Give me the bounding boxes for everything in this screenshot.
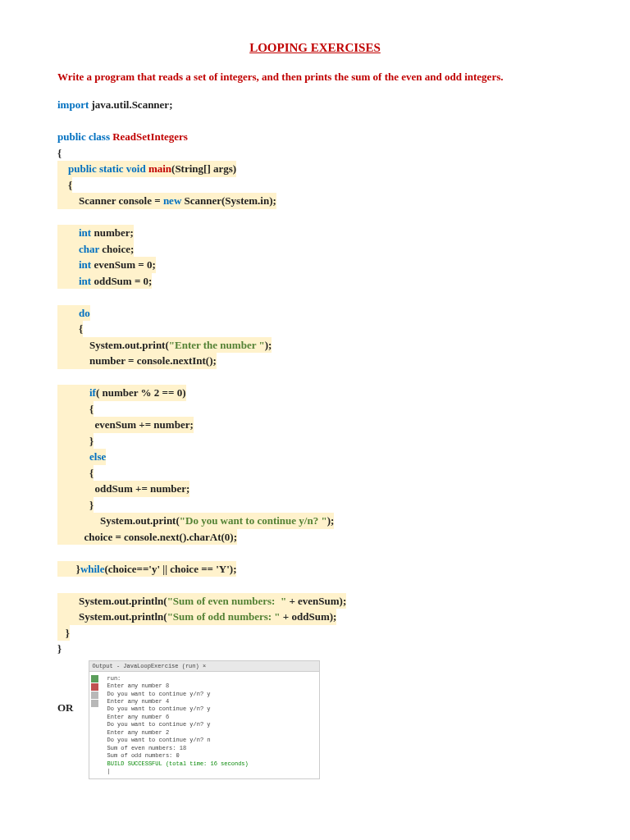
highlight-line: else — [57, 449, 106, 465]
code-text: ); — [265, 339, 272, 351]
output-line: Sum of even numbers: 18 — [107, 745, 314, 752]
highlight-line: System.out.print("Do you want to continu… — [57, 513, 334, 529]
code-text: System.out.print( — [57, 514, 180, 527]
code-text: + oddSum); — [281, 610, 337, 623]
brace: } — [89, 435, 94, 447]
page-title: LOOPING EXERCISES — [57, 41, 573, 55]
keyword-int: int — [79, 258, 91, 271]
code-text: (String[] args) — [171, 162, 236, 175]
code-text: ( number % 2 == 0) — [96, 386, 186, 399]
keyword-public: public — [57, 130, 86, 143]
code-text: choice = console.next().charAt(0); — [57, 531, 237, 543]
code-text: ); — [327, 514, 335, 527]
output-line: run: — [107, 675, 314, 682]
highlight-line: { — [57, 401, 94, 418]
keyword-int: int — [79, 226, 91, 239]
highlight-line: { — [57, 465, 94, 482]
code-text: oddSum += number; — [57, 482, 189, 495]
highlight-line: System.out.print("Enter the number "); — [57, 337, 272, 354]
highlight-line: { — [57, 321, 83, 337]
code-text: oddSum = 0; — [91, 275, 152, 287]
output-line: Enter any number 2 — [107, 729, 314, 737]
highlight-line: System.out.println("Sum of even numbers:… — [57, 593, 346, 609]
output-sidebar-icons — [91, 675, 101, 707]
output-line: Do you want to continue y/n? y — [107, 691, 314, 698]
keyword-static: static — [99, 162, 124, 175]
output-line: Do you want to continue y/n? y — [107, 721, 314, 728]
code-text: number = console.nextInt(); — [57, 354, 217, 367]
code-text: java.util.Scanner; — [89, 98, 172, 111]
highlight-line: choice = console.next().charAt(0); — [57, 529, 237, 546]
highlight-line: int evenSum = 0; — [57, 257, 156, 273]
code-text: number; — [91, 226, 134, 239]
or-label: OR — [57, 701, 74, 714]
highlight-line: int oddSum = 0; — [57, 273, 152, 290]
brace: { — [57, 147, 62, 159]
method-main: main — [148, 162, 171, 175]
code-text: (choice=='y' || choice == 'Y'); — [105, 563, 237, 575]
string-literal: "Sum of odd numbers: " — [167, 610, 281, 623]
highlight-line: System.out.println("Sum of odd numbers: … — [57, 609, 336, 625]
highlight-line: } — [57, 497, 94, 514]
code-text: Scanner console = — [57, 194, 163, 207]
keyword-do: do — [79, 307, 90, 319]
brace: { — [79, 322, 83, 335]
brace: { — [89, 467, 94, 479]
problem-statement: Write a program that reads a set of inte… — [57, 70, 573, 84]
brace: } — [66, 627, 70, 639]
keyword-void: void — [126, 162, 146, 175]
highlight-line: } — [57, 625, 70, 641]
code-text: System.out.println( — [57, 595, 167, 607]
keyword-char: char — [79, 243, 99, 255]
brace: { — [89, 403, 94, 415]
output-line: Enter any number 6 — [107, 714, 314, 721]
code-text: choice; — [99, 243, 134, 255]
output-icon — [91, 692, 98, 699]
string-literal: "Enter the number " — [169, 339, 265, 351]
highlight-line: { — [57, 177, 72, 194]
string-literal: "Sum of even numbers: " — [167, 595, 287, 607]
code-block: import java.util.Scanner; public class R… — [57, 97, 573, 657]
brace: } — [57, 642, 62, 655]
code-text: System.out.print( — [57, 339, 169, 351]
code-text: evenSum += number; — [57, 418, 194, 431]
highlight-line: evenSum += number; — [57, 417, 194, 433]
output-build: BUILD SUCCESSFUL (total time: 16 seconds… — [107, 760, 314, 768]
brace: { — [68, 179, 72, 191]
output-line: Sum of odd numbers: 0 — [107, 752, 314, 760]
output-header: Output - JavaLoopExercise (run) × — [89, 661, 319, 672]
output-line: Do you want to continue y/n? n — [107, 737, 314, 744]
highlight-line: if( number % 2 == 0) — [57, 385, 186, 401]
keyword-new: new — [163, 194, 181, 207]
keyword-import: import — [57, 98, 89, 111]
highlight-line: oddSum += number; — [57, 481, 189, 497]
highlight-line: public static void main(String[] args) — [57, 161, 236, 177]
keyword-int: int — [79, 275, 91, 287]
bottom-row: OR Output - JavaLoopExercise (run) × run… — [57, 660, 573, 780]
highlight-line: int number; — [57, 225, 134, 241]
document-page: LOOPING EXERCISES Write a program that r… — [0, 0, 630, 840]
highlight-line: number = console.nextInt(); — [57, 353, 217, 369]
highlight-line: } — [57, 433, 94, 450]
output-content: run: Enter any number 8 Do you want to c… — [94, 675, 314, 776]
keyword-while: while — [80, 563, 105, 575]
code-text: Scanner(System.in); — [181, 194, 276, 207]
keyword-class: class — [89, 130, 110, 143]
code-text: System.out.println( — [57, 610, 167, 623]
code-text: + evenSum); — [286, 595, 346, 607]
class-name: ReadSetIntegers — [112, 130, 188, 143]
highlight-line: do — [57, 305, 90, 322]
keyword-public: public — [68, 162, 97, 175]
string-literal: "Do you want to continue y/n? " — [180, 514, 327, 527]
output-body: run: Enter any number 8 Do you want to c… — [89, 672, 319, 779]
code-text: evenSum = 0; — [91, 258, 156, 271]
keyword-if: if — [89, 386, 96, 399]
highlight-line: Scanner console = new Scanner(System.in)… — [57, 193, 276, 209]
brace: } — [89, 499, 94, 511]
output-screenshot: Output - JavaLoopExercise (run) × run: E… — [89, 660, 320, 780]
keyword-else: else — [89, 450, 106, 463]
output-line: Enter any number 4 — [107, 698, 314, 705]
run-icon — [91, 675, 98, 682]
cursor: | — [107, 768, 314, 775]
output-icon — [91, 700, 98, 707]
